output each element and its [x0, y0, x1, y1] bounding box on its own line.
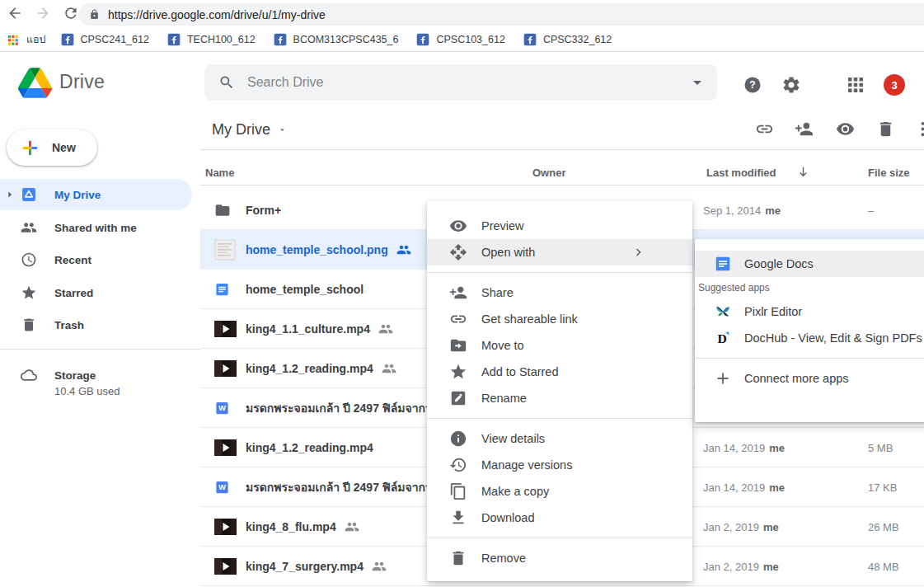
sidebar-item-label: My Drive [54, 189, 101, 201]
expand-right-icon[interactable] [4, 189, 16, 200]
context-menu-item-rename[interactable]: Rename [427, 385, 692, 411]
help-icon[interactable]: ? [743, 75, 762, 95]
context-menu-item-add-to-starred[interactable]: Add to Starred [427, 359, 692, 385]
back-icon[interactable] [7, 5, 23, 21]
content-divider [200, 149, 924, 150]
context-menu-item-open-with[interactable]: Open with [427, 239, 692, 265]
video-thumb-icon [214, 439, 237, 456]
context-menu-item-manage-versions[interactable]: Manage versions [427, 452, 692, 478]
context-menu-item-preview[interactable]: Preview [427, 213, 692, 239]
context-menu-item-move-to[interactable]: Move to [427, 332, 692, 359]
url-text: https://drive.google.com/drive/u/1/my-dr… [108, 8, 326, 21]
remove-icon[interactable] [876, 120, 895, 139]
bookmark-cpsc332-612[interactable]: CPSC332_612 [523, 33, 612, 46]
column-header-last-modified[interactable]: Last modified [706, 167, 776, 179]
context-menu-item-share[interactable]: Share [427, 279, 692, 306]
search-options-caret-icon[interactable] [687, 73, 707, 92]
bookmark-label: CPSC241_612 [81, 34, 149, 45]
more-vertical-icon[interactable] [913, 120, 924, 139]
search-placeholder: Search Drive [247, 75, 687, 90]
submenu-item-dochub[interactable]: D DocHub - View, Edit & Sign PDFs [695, 325, 924, 351]
submenu-item-google-docs[interactable]: Google Docs [695, 251, 924, 277]
preview-icon [449, 217, 467, 235]
context-menu-item-download[interactable]: Download [427, 505, 692, 531]
last-modified: Jan 14, 2019me [703, 441, 785, 453]
file-name-wrap: home_temple_school.png [246, 230, 411, 269]
page-title[interactable]: My Drive [212, 120, 287, 139]
file-name: king4_7_surgery.mp4 [246, 560, 364, 573]
bookmark-bcom313cpsc435-6[interactable]: BCOM313CPSC435_6 [274, 33, 399, 46]
context-menu-item-remove[interactable]: Remove [427, 545, 692, 571]
sidebar-item-recent[interactable]: Recent [0, 244, 192, 275]
get-link-icon[interactable] [755, 120, 774, 139]
facebook-icon [523, 33, 537, 46]
facebook-icon [416, 33, 429, 46]
menu-item-label: Add to Starred [481, 365, 559, 378]
modified-date: Sep 1, 2014 [703, 204, 761, 216]
file-name-wrap: king4_1.2_reading.mp4 [246, 349, 396, 387]
sort-desc-icon[interactable] [796, 165, 810, 179]
last-modified: Jan 2, 2019me [703, 520, 779, 533]
chevron-right-icon [631, 245, 646, 260]
file-size: 5 MB [868, 441, 893, 453]
chrome-divider [0, 51, 924, 52]
svg-text:D: D [717, 331, 726, 345]
sidebar-item-label: Shared with me [54, 222, 137, 234]
search-icon[interactable] [218, 74, 235, 91]
last-modified: Sep 1, 2014me [703, 204, 781, 216]
video-thumb-icon [214, 519, 237, 535]
bookmarks-apps-button[interactable]: แอป [7, 31, 46, 48]
context-menu-item-make-a-copy[interactable]: Make a copy [427, 478, 692, 505]
sidebar-item-label: Storage [54, 369, 96, 382]
modified-date: Jan 14, 2019 [703, 481, 765, 493]
context-menu-item-view-details[interactable]: View details [427, 425, 692, 452]
column-header-name[interactable]: Name [205, 167, 234, 179]
sidebar-item-my-drive[interactable]: My Drive [0, 179, 192, 210]
bookmark-cpsc241-612[interactable]: CPSC241_612 [61, 33, 149, 46]
column-header-owner[interactable]: Owner [532, 167, 565, 179]
menu-divider [427, 538, 692, 538]
submenu-item-connect-more-apps[interactable]: Connect more apps [695, 365, 924, 392]
notifications-badge[interactable]: 3 [884, 74, 905, 96]
preview-icon[interactable] [836, 120, 855, 139]
column-header-file-size[interactable]: File size [868, 167, 910, 179]
dochub-icon: D [714, 329, 732, 347]
file-name: home_temple_school [246, 283, 364, 296]
file-name-wrap: king4_1.2_reading.mp4 [246, 428, 373, 467]
forward-icon[interactable] [35, 5, 51, 21]
get-link-icon [449, 310, 467, 328]
apps-grid-icon[interactable] [846, 75, 865, 95]
file-name-wrap: มรดกพระจอมเกล้า ปี 2497 ฟิล์มจากวัดกร [246, 388, 453, 427]
word-doc-icon: W [214, 479, 230, 495]
file-name: king4_1.1_culture.mp4 [246, 322, 370, 336]
bookmark-label: TECH100_612 [187, 34, 256, 45]
search-input[interactable]: Search Drive [204, 64, 717, 101]
people-icon [21, 219, 37, 236]
menu-divider [427, 272, 692, 273]
bookmark-tech100-612[interactable]: TECH100_612 [167, 33, 256, 46]
context-menu-item-get-shareable-link[interactable]: Get shareable link [427, 306, 692, 332]
gear-icon[interactable] [781, 75, 801, 95]
sidebar-item-shared-with-me[interactable]: Shared with me [0, 212, 192, 243]
pixlr-icon [714, 303, 732, 321]
sidebar-item-trash[interactable]: Trash [0, 309, 192, 340]
my-drive-icon [21, 186, 37, 203]
suggested-apps-label: Suggested apps [695, 280, 924, 295]
bookmarks-apps-label: แอป [26, 31, 46, 48]
open-with-icon [449, 243, 467, 261]
modified-by: me [763, 560, 779, 572]
folder-icon [214, 202, 231, 218]
sidebar-item-starred[interactable]: Starred [0, 277, 192, 308]
submenu-item-pixlr-editor[interactable]: Pixlr Editor [695, 298, 924, 325]
video-thumb-icon [214, 321, 237, 337]
file-name: home_temple_school.png [246, 243, 388, 256]
facebook-icon [167, 33, 181, 46]
url-bar[interactable]: https://drive.google.com/drive/u/1/my-dr… [78, 3, 924, 26]
new-button[interactable]: New [7, 129, 97, 166]
bookmark-cpsc103-612[interactable]: CPSC103_612 [416, 33, 504, 46]
modified-by: me [765, 204, 781, 216]
reload-icon[interactable] [63, 5, 79, 21]
move-to-icon [449, 336, 467, 355]
modified-date: Jan 2, 2019 [703, 560, 759, 572]
share-icon[interactable] [795, 120, 814, 139]
